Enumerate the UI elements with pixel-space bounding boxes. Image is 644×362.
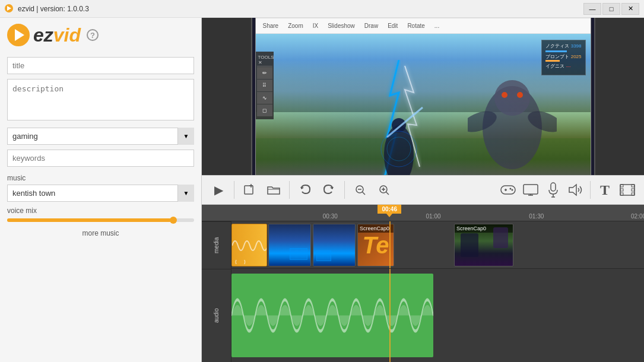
eraser-tool[interactable]: ◻ [257, 104, 272, 116]
media-track: { } ScreenCap0 [231, 221, 644, 269]
timeline-tracks: media audio { [202, 221, 644, 362]
close-button[interactable]: ✕ [621, 3, 639, 15]
zoom-button[interactable]: Zoom [285, 21, 306, 30]
photos-app-window: ← View all photos final_fantasy_15_5.jpg… [255, 18, 591, 175]
time-mark-130: 01:30 [529, 213, 544, 220]
battle-glow [256, 34, 591, 176]
svg-rect-9 [245, 186, 253, 194]
clip-screencap-0[interactable]: ScreenCap0 [268, 224, 311, 266]
zoom-out-icon [354, 184, 366, 196]
slideshow-button[interactable]: Slideshow [325, 21, 357, 30]
music-select-wrapper: kentish town other track 1 other track 2… [7, 185, 194, 202]
audio-track [231, 269, 644, 362]
text-button[interactable]: T [594, 179, 616, 201]
brush-tool[interactable]: ⠿ [257, 80, 272, 91]
logo-vid: vid [53, 24, 81, 46]
zoom-out-button[interactable] [350, 179, 371, 201]
keywords-input[interactable] [7, 150, 194, 167]
clip-game[interactable]: ScreenCap0 [454, 224, 513, 266]
right-section: ← View all photos final_fantasy_15_5.jpg… [202, 18, 644, 362]
clip-screencap-1[interactable]: ScreenCap0 [313, 224, 356, 266]
stats-overlay: ノクティス 3398 プロンプト 2025 イグニス --- [541, 40, 585, 75]
separator-3 [344, 181, 345, 199]
playhead-line-media [389, 221, 391, 268]
more-music-button[interactable]: more music [7, 227, 194, 240]
voice-mix-slider-track[interactable] [7, 218, 194, 222]
timeline-area: 00:30 01:00 01:30 02:00 00:46 media [202, 205, 644, 362]
audio-button[interactable] [565, 179, 586, 201]
film-icon [620, 184, 635, 196]
ix-button[interactable]: IX [310, 21, 321, 30]
stat-2: プロンプト 2025 [545, 53, 581, 60]
microphone-button[interactable] [543, 179, 564, 201]
window-title: ezvid | version: 1.0.0.3 [18, 5, 583, 13]
waveform-svg: { } [232, 224, 267, 266]
title-input[interactable] [7, 57, 194, 74]
main-layout: ezvid ? gaming education entertainment n… [0, 18, 644, 362]
maximize-button[interactable]: □ [602, 3, 620, 15]
clip-1-bg [313, 224, 355, 266]
logo-text: ezvid [33, 24, 81, 46]
redo-button[interactable] [318, 179, 340, 201]
music-label: music [7, 174, 194, 182]
toolbar-right: T [497, 179, 638, 201]
svg-point-23 [512, 189, 513, 191]
svg-rect-24 [524, 185, 538, 194]
svg-rect-31 [620, 185, 635, 195]
undo-button[interactable] [294, 179, 316, 201]
screen-capture-button[interactable] [520, 179, 541, 201]
clip-intro[interactable]: { } [231, 224, 267, 266]
separator-2 [289, 181, 290, 199]
add-media-button[interactable] [239, 179, 261, 201]
more-button[interactable]: ... [432, 21, 442, 30]
category-select[interactable]: gaming education entertainment news scie… [7, 128, 194, 145]
minimize-button[interactable]: — [583, 3, 601, 15]
time-mark-100: 01:00 [426, 213, 441, 220]
zoom-in-icon [378, 184, 390, 196]
open-folder-button[interactable] [263, 179, 284, 201]
play-button[interactable]: ▶ [208, 179, 229, 201]
clip-text-letter: Te [362, 232, 389, 259]
folder-icon [267, 185, 280, 195]
clip-1-win [316, 250, 331, 261]
photos-content: ノクティス 3398 プロンプト 2025 イグニス --- TOOLS ✕ ✏… [256, 34, 591, 176]
zoom-in-button[interactable] [373, 179, 395, 201]
curve-tool[interactable]: ∿ [257, 92, 272, 104]
tools-panel: TOOLS ✕ ✏ ⠿ ∿ ◻ [256, 52, 274, 119]
help-icon[interactable]: ? [87, 29, 99, 41]
film-button[interactable] [617, 179, 638, 201]
svg-rect-27 [551, 183, 556, 191]
music-select[interactable]: kentish town other track 1 other track 2 [7, 185, 194, 202]
playhead[interactable]: 00:46 [377, 205, 401, 214]
separator-1 [234, 181, 234, 199]
toolbar: ▶ [202, 175, 644, 205]
time-mark-200: 02:00 [631, 213, 644, 220]
description-input[interactable] [7, 79, 194, 120]
rotate-button[interactable]: Rotate [405, 21, 427, 30]
svg-text:}: } [244, 259, 246, 264]
clip-2-label: ScreenCap0 [358, 224, 394, 233]
video-preview: ← View all photos final_fantasy_15_5.jpg… [202, 18, 644, 175]
screen-icon [523, 184, 538, 196]
draw-button[interactable]: Draw [362, 21, 380, 30]
track-labels: media audio [202, 221, 231, 362]
speaker-icon [568, 183, 583, 196]
audio-waveform [231, 274, 433, 357]
gamepad-button[interactable] [497, 179, 519, 201]
separator-4 [590, 181, 591, 199]
mini-char [461, 233, 478, 257]
share-button[interactable]: Share [261, 21, 281, 30]
pencil-tool[interactable]: ✏ [257, 67, 272, 79]
clip-game-bg [455, 224, 513, 266]
logo-ez: ez [33, 24, 53, 46]
tools-label: TOOLS ✕ [257, 54, 272, 66]
svg-line-14 [363, 192, 366, 195]
mini-enemy [493, 227, 508, 248]
clip-text[interactable]: ScreenCap0 Te [357, 224, 394, 266]
slider-thumb [170, 217, 177, 224]
edit-button[interactable]: Edit [385, 21, 400, 30]
audio-clip-main[interactable] [231, 274, 433, 357]
mic-icon [548, 182, 559, 198]
playhead-line-audio [389, 269, 391, 362]
undo-icon [299, 184, 311, 196]
